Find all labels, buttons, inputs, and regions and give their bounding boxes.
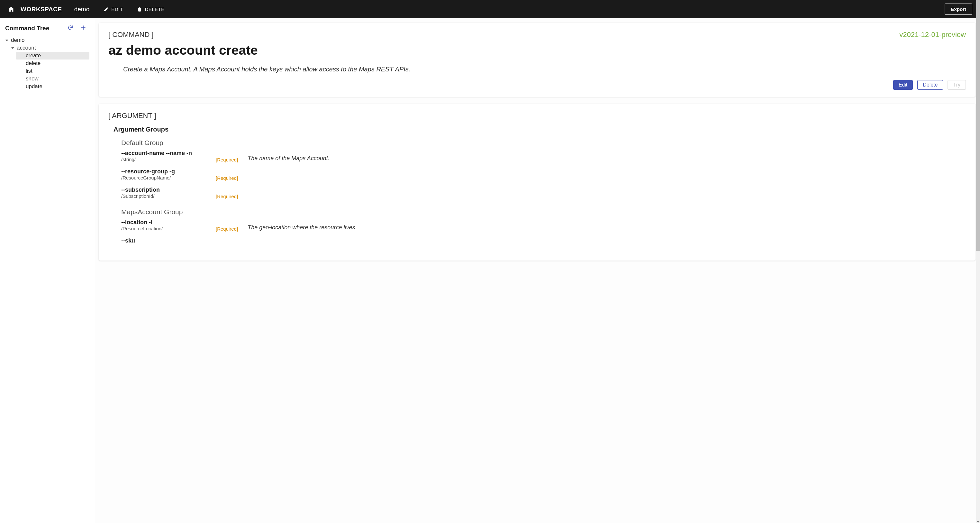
tree-leaf-delete[interactable]: delete (16, 59, 89, 67)
arg-group-name: Default Group (121, 139, 966, 147)
required-badge: [Required] (216, 187, 238, 199)
argument-card: [ ARGUMENT ] Argument Groups Default Gro… (99, 104, 975, 260)
delete-button[interactable]: DELETE (137, 6, 164, 12)
arg-group: MapsAccount Group--location -l/ResourceL… (121, 208, 966, 244)
pencil-icon (103, 7, 109, 12)
command-title: az demo account create (108, 43, 966, 58)
delete-label: DELETE (145, 6, 164, 12)
tree-leaf-list[interactable]: list (16, 67, 89, 75)
command-card: [ COMMAND ] v2021-12-01-preview az demo … (99, 23, 975, 97)
sidebar-title: Command Tree (5, 25, 49, 32)
command-try-button: Try (948, 80, 966, 90)
refresh-icon[interactable] (67, 25, 73, 32)
main: Command Tree demo account created (0, 18, 980, 523)
arg-type: /SubscriptionId/ (121, 193, 215, 199)
arg-row[interactable]: --sku (121, 238, 966, 244)
tree-node-group[interactable]: account (10, 44, 89, 52)
command-delete-button[interactable]: Delete (917, 80, 943, 90)
edit-label: EDIT (111, 6, 123, 12)
command-edit-button[interactable]: Edit (893, 80, 913, 90)
arg-name: --account-name --name -n (121, 150, 215, 157)
arg-name: --subscription (121, 187, 215, 193)
required-badge: [Required] (216, 219, 238, 231)
arg-type: /ResourceGroupName/ (121, 175, 215, 180)
plus-icon[interactable] (80, 25, 86, 32)
export-button[interactable]: Export (945, 3, 972, 15)
edit-button[interactable]: EDIT (103, 6, 123, 12)
arg-description: The geo-location where the resource live… (248, 219, 355, 231)
required-badge: [Required] (216, 168, 238, 181)
sidebar-header: Command Tree (5, 25, 89, 32)
arg-type: /string/ (121, 157, 215, 162)
arg-name: --sku (121, 238, 215, 244)
tree-leaf-create[interactable]: create (16, 52, 89, 59)
required-badge: [Required] (216, 150, 238, 163)
command-tree: demo account createdeletelistshowupdate (5, 36, 89, 90)
chevron-down-icon (5, 38, 9, 42)
topbar: WORKSPACE demo EDIT DELETE Export (0, 0, 980, 18)
arg-description: The name of the Maps Account. (248, 150, 329, 162)
sidebar: Command Tree demo account created (0, 18, 94, 523)
tree-node-root[interactable]: demo (5, 36, 89, 44)
arg-row[interactable]: --subscription/SubscriptionId/[Required] (121, 187, 966, 199)
arg-name: --resource-group -g (121, 168, 215, 175)
argument-groups-title: Argument Groups (113, 126, 966, 133)
arg-type: /ResourceLocation/ (121, 226, 215, 231)
command-card-header: [ COMMAND ] v2021-12-01-preview (108, 30, 966, 39)
topbar-left: WORKSPACE demo EDIT DELETE (8, 6, 165, 13)
workspace-name: demo (74, 6, 90, 13)
content: [ COMMAND ] v2021-12-01-preview az demo … (94, 18, 980, 523)
scrollbar-thumb[interactable] (976, 0, 980, 251)
scrollbar[interactable] (976, 0, 980, 523)
tree-root-label: demo (11, 37, 25, 43)
chevron-down-icon (11, 46, 15, 50)
arg-name: --location -l (121, 219, 215, 226)
tree-leaf-show[interactable]: show (16, 75, 89, 83)
argument-section-label: [ ARGUMENT ] (108, 112, 966, 120)
arg-group-name: MapsAccount Group (121, 208, 966, 216)
topbar-right: Export (945, 3, 972, 15)
scroll-down-icon[interactable] (977, 519, 980, 522)
arg-row[interactable]: --resource-group -g/ResourceGroupName/[R… (121, 168, 966, 181)
arg-group: Default Group--account-name --name -n/st… (121, 139, 966, 199)
version-tag: v2021-12-01-preview (899, 30, 966, 39)
home-icon[interactable] (8, 6, 15, 13)
sidebar-actions (67, 25, 86, 32)
arg-row[interactable]: --account-name --name -n/string/[Require… (121, 150, 966, 163)
tree-leaf-update[interactable]: update (16, 83, 89, 90)
arg-row[interactable]: --location -l/ResourceLocation/[Required… (121, 219, 966, 231)
trash-icon (137, 7, 142, 12)
command-description: Create a Maps Account. A Maps Account ho… (123, 65, 966, 73)
workspace-label[interactable]: WORKSPACE (21, 6, 62, 13)
tree-group-label: account (17, 45, 36, 51)
command-actions: Edit Delete Try (108, 80, 966, 90)
command-section-label: [ COMMAND ] (108, 30, 154, 39)
